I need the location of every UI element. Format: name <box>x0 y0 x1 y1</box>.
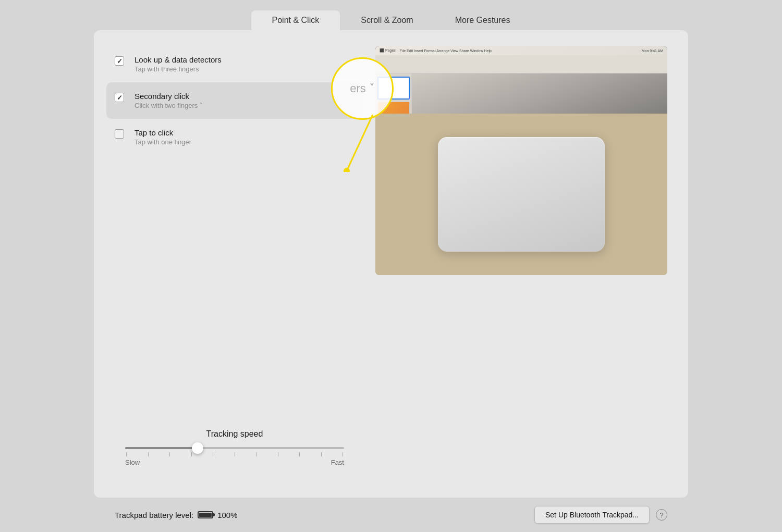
secondary-click-row: Secondary click Click with two fingers ˅ <box>106 82 363 119</box>
fake-menubar: ⬛ Pages File Edit Insert Format Arrange … <box>375 46 667 55</box>
slider-tick <box>256 452 256 456</box>
page-thumb-1 <box>377 77 410 100</box>
secondary-click-title: Secondary click <box>135 92 203 101</box>
slider-tick <box>321 452 322 456</box>
tab-scroll-zoom[interactable]: Scroll & Zoom <box>340 10 434 30</box>
look-up-subtitle: Tap with three fingers <box>135 65 222 73</box>
right-panel: ⬛ Pages File Edit Insert Format Arrange … <box>375 46 667 482</box>
slider-tick <box>299 452 300 456</box>
battery-percent: 100% <box>217 511 237 519</box>
secondary-click-subtitle: Click with two fingers ˅ <box>135 102 203 109</box>
setup-bluetooth-button[interactable]: Set Up Bluetooth Trackpad... <box>534 506 650 524</box>
slider-ticks <box>125 452 344 456</box>
battery-label: Trackpad battery level: <box>115 511 193 519</box>
left-panel: Look up & data detectors Tap with three … <box>115 46 355 482</box>
tap-to-click-title: Tap to click <box>135 128 191 137</box>
slider-tick <box>148 452 149 456</box>
tab-bar: Point & Click Scroll & Zoom More Gesture… <box>47 0 735 30</box>
tap-to-click-row: Tap to click Tap with one finger <box>115 119 355 155</box>
look-up-checkbox[interactable] <box>115 56 124 66</box>
tap-to-click-checkbox[interactable] <box>115 129 124 139</box>
slider-tick <box>343 452 343 456</box>
slider-thumb[interactable] <box>192 442 203 454</box>
slider-track <box>125 447 344 449</box>
trackpad-area <box>375 114 667 275</box>
slider-tick <box>213 452 213 456</box>
secondary-click-checkbox[interactable] <box>115 93 124 102</box>
bottom-right-controls: Set Up Bluetooth Trackpad... ? <box>534 506 667 524</box>
slider-container: Slow Fast <box>115 447 355 466</box>
slider-tick <box>191 452 192 456</box>
battery-fill <box>199 513 212 517</box>
tap-to-click-subtitle: Tap with one finger <box>135 138 191 146</box>
slider-slow-label: Slow <box>125 459 140 466</box>
tracking-speed-label: Tracking speed <box>115 429 355 439</box>
battery-body <box>198 511 213 518</box>
slider-tick <box>278 452 278 456</box>
slider-tick <box>126 452 127 456</box>
bottom-bar: Trackpad battery level: 100% Set Up Blue… <box>47 498 735 532</box>
tab-point-click[interactable]: Point & Click <box>251 10 340 30</box>
help-button[interactable]: ? <box>656 509 667 521</box>
trackpad-device <box>438 137 605 252</box>
battery-icon <box>198 511 213 518</box>
slider-fast-label: Fast <box>331 459 344 466</box>
slider-labels: Slow Fast <box>125 459 344 466</box>
look-up-title: Look up & data detectors <box>135 55 222 64</box>
tracking-speed-section: Tracking speed <box>115 409 355 482</box>
preview-image: ⬛ Pages File Edit Insert Format Arrange … <box>375 46 667 275</box>
look-up-row: Look up & data detectors Tap with three … <box>115 46 355 82</box>
slider-tick <box>235 452 235 456</box>
fake-toolbar <box>375 55 667 73</box>
battery-info: Trackpad battery level: 100% <box>115 511 238 519</box>
content-area: ers ˅ Look up & data detectors Tap with … <box>94 30 688 498</box>
slider-tick <box>169 452 170 456</box>
tab-more-gestures[interactable]: More Gestures <box>434 10 531 30</box>
secondary-click-dropdown-arrow[interactable]: ˅ <box>200 102 203 109</box>
